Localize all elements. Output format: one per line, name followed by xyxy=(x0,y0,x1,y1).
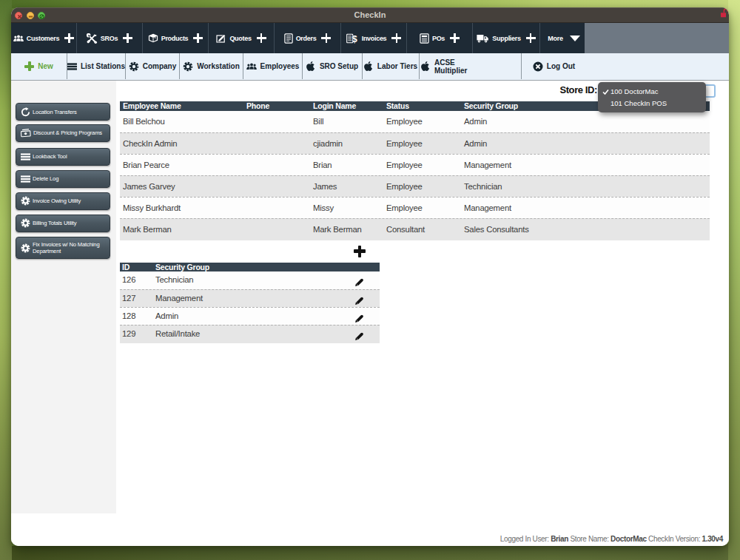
svg-text:$: $ xyxy=(352,33,357,44)
